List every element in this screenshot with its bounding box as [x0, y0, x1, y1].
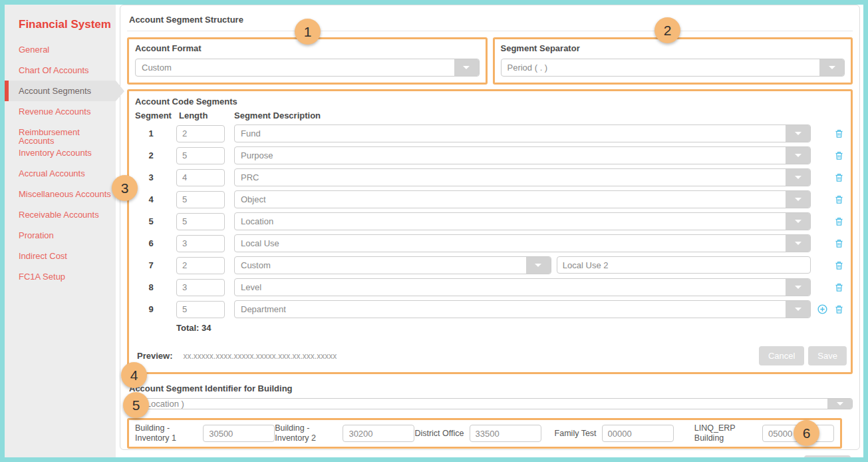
column-header-description: Segment Description	[234, 111, 811, 120]
segment-description-value: Fund	[241, 128, 261, 138]
building-code-input[interactable]	[470, 425, 541, 442]
building-field-inventory-2: Building - Inventory 2	[275, 423, 414, 443]
cancel-button[interactable]: Cancel	[759, 346, 804, 365]
segment-description-select[interactable]: Purpose	[234, 146, 811, 164]
sidebar-item-account-segments[interactable]: Account Segments	[5, 81, 116, 101]
chevron-down-icon[interactable]	[827, 399, 852, 409]
account-code-segments-section: Account Code Segments Segment Length Seg…	[127, 89, 853, 374]
sidebar-item-proration[interactable]: Proration	[5, 225, 116, 246]
delete-segment-icon[interactable]	[834, 304, 844, 315]
delete-segment-icon[interactable]	[834, 238, 844, 249]
segment-number: 1	[135, 128, 167, 138]
segment-number: 2	[135, 150, 167, 160]
segment-description-value: Department	[241, 304, 286, 314]
building-label: Family Test	[555, 429, 597, 439]
chevron-down-icon[interactable]	[786, 301, 810, 318]
sidebar-item-chart-of-accounts[interactable]: Chart Of Accounts	[5, 60, 116, 81]
length-input[interactable]	[176, 235, 225, 252]
account-format-select[interactable]: Custom	[135, 59, 480, 77]
segment-description-value: Local Use	[241, 238, 279, 248]
delete-segment-icon[interactable]	[834, 260, 844, 271]
chevron-down-icon[interactable]	[786, 213, 810, 230]
segment-separator-label: Segment Separator	[501, 43, 845, 53]
chevron-down-icon[interactable]	[786, 147, 810, 164]
length-input[interactable]	[176, 191, 225, 208]
update-button[interactable]: Update	[804, 455, 851, 462]
length-input[interactable]	[176, 279, 225, 296]
sidebar-item-inventory-accounts[interactable]: Inventory Accounts	[5, 142, 116, 163]
segment-description-value: PRC	[241, 172, 259, 182]
sidebar-item-receivable-accounts[interactable]: Receivable Accounts	[5, 204, 116, 225]
segment-row-2: 2 Purpose	[135, 146, 847, 164]
chevron-down-icon[interactable]	[786, 279, 810, 296]
length-input[interactable]	[176, 213, 225, 230]
segment-description-select[interactable]: Level	[234, 278, 811, 296]
segment-row-1: 1 Fund	[135, 124, 847, 142]
chevron-down-icon[interactable]	[786, 125, 810, 142]
preview-label: Preview:	[137, 351, 172, 361]
building-identifier-label: Account Segment Identifier for Building	[127, 383, 853, 393]
segments-table-header: Segment Length Segment Description	[135, 111, 847, 120]
building-code-input[interactable]	[203, 425, 275, 442]
segment-description-select[interactable]: Department	[234, 300, 811, 318]
chevron-down-icon[interactable]	[786, 191, 810, 208]
chevron-down-icon[interactable]	[819, 59, 844, 76]
sidebar-item-reimbursement-accounts[interactable]: Reimbursement Accounts	[5, 122, 116, 142]
segment-description-select[interactable]: Fund	[234, 124, 811, 142]
building-identifier-select[interactable]: 5 ( Location )	[127, 398, 853, 409]
segment-number: 6	[135, 238, 167, 248]
sidebar-item-indirect-cost[interactable]: Indirect Cost	[5, 246, 116, 266]
custom-description-input[interactable]	[557, 256, 811, 274]
delete-segment-icon[interactable]	[834, 150, 844, 161]
annotation-circle-3: 3	[112, 175, 138, 201]
segment-separator-select[interactable]: Period ( . )	[501, 59, 845, 77]
segment-separator-value: Period ( . )	[507, 63, 548, 73]
sidebar-item-revenue-accounts[interactable]: Revenue Accounts	[5, 101, 116, 122]
length-input[interactable]	[176, 257, 225, 274]
chevron-down-icon[interactable]	[786, 235, 810, 252]
delete-segment-icon[interactable]	[834, 194, 844, 205]
segment-number: 4	[135, 194, 167, 204]
save-button[interactable]: Save	[808, 346, 847, 365]
building-label: Building - Inventory 2	[275, 423, 337, 443]
segment-description-select[interactable]: Object	[234, 190, 811, 208]
delete-segment-icon[interactable]	[834, 216, 844, 227]
sidebar-item-accrual-accounts[interactable]: Accrual Accounts	[5, 163, 116, 184]
length-input[interactable]	[176, 169, 225, 186]
building-field-family-test: Family Test	[555, 425, 694, 442]
delete-segment-icon[interactable]	[834, 282, 844, 293]
delete-segment-icon[interactable]	[834, 172, 844, 183]
delete-segment-icon[interactable]	[834, 128, 844, 139]
column-header-segment: Segment	[135, 111, 167, 120]
account-format-value: Custom	[142, 63, 172, 73]
preview-value: xx.xxxxx.xxxx.xxxxx.xxxxx.xxx.xx.xxx.xxx…	[183, 351, 337, 361]
sidebar-item-general[interactable]: General	[5, 39, 116, 60]
segment-row-3: 3 PRC	[135, 168, 847, 186]
segment-number: 8	[135, 282, 167, 292]
building-code-input[interactable]	[343, 425, 414, 442]
building-label: LINQ_ERP Building	[694, 423, 757, 443]
chevron-down-icon[interactable]	[454, 59, 479, 76]
segment-number: 9	[135, 304, 167, 314]
annotation-circle-2: 2	[654, 17, 680, 43]
segment-description-select[interactable]: Custom	[234, 256, 551, 274]
segment-description-select[interactable]: Local Use	[234, 234, 811, 252]
sidebar-item-miscellaneous-accounts[interactable]: Miscellaneous Accounts	[5, 184, 116, 204]
segment-description-value: Purpose	[241, 150, 273, 160]
length-input[interactable]	[176, 125, 225, 142]
app-window: Financial System General Chart Of Accoun…	[0, 0, 868, 462]
length-input[interactable]	[176, 147, 225, 164]
segment-description-select[interactable]: Location	[234, 212, 811, 230]
add-segment-icon[interactable]	[817, 304, 828, 315]
length-input[interactable]	[176, 301, 225, 318]
chevron-down-icon[interactable]	[526, 257, 551, 274]
sidebar-item-fc1a-setup[interactable]: FC1A Setup	[5, 266, 116, 287]
page-title: Account Segment Structure	[127, 13, 853, 31]
column-header-length: Length	[176, 111, 225, 120]
chevron-down-icon[interactable]	[786, 169, 810, 186]
segment-description-select[interactable]: PRC	[234, 168, 811, 186]
segment-number: 3	[135, 172, 167, 182]
segment-row-9: 9 Department	[135, 300, 847, 318]
sidebar: Financial System General Chart Of Accoun…	[5, 5, 116, 457]
building-code-input[interactable]	[602, 425, 674, 442]
